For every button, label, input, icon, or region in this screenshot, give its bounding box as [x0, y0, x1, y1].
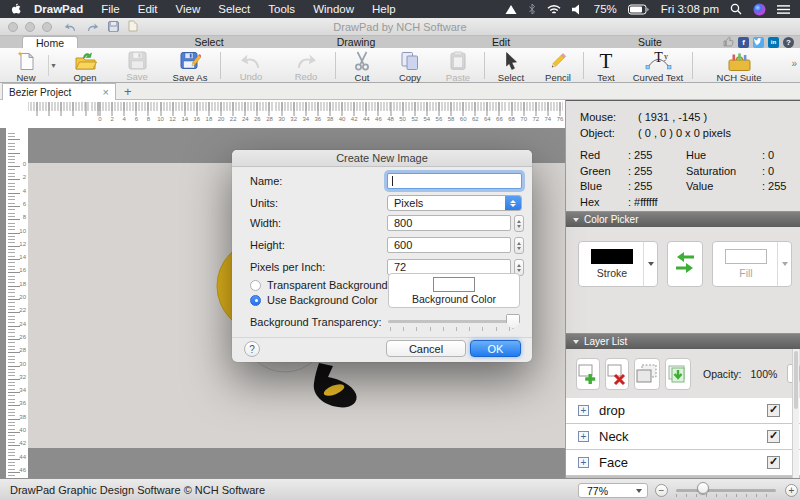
- tab-edit[interactable]: Edit: [461, 36, 541, 48]
- fill-color-button[interactable]: Fill: [712, 241, 792, 287]
- delete-layer-button[interactable]: [605, 358, 629, 390]
- ruler-label: 32: [290, 116, 297, 122]
- radio-unselected-icon[interactable]: [250, 280, 261, 291]
- pencil-button[interactable]: Pencil: [535, 49, 581, 82]
- redo-button: Redo: [279, 49, 333, 82]
- wifi-icon[interactable]: [547, 4, 561, 15]
- menu-view[interactable]: View: [167, 3, 210, 15]
- quick-redo-icon[interactable]: [86, 18, 99, 36]
- zoom-in-button[interactable]: +: [785, 484, 798, 497]
- menu-drawpad[interactable]: DrawPad: [25, 3, 92, 15]
- zoom-level-combo[interactable]: 77%: [578, 483, 648, 498]
- text-button[interactable]: TText: [586, 49, 626, 82]
- width-input[interactable]: 800: [387, 215, 511, 231]
- color-picker-panel-title: Color Picker: [584, 214, 638, 225]
- zoom-slider-track[interactable]: [676, 489, 776, 492]
- name-input[interactable]: [387, 173, 522, 189]
- cut-button[interactable]: Cut: [338, 49, 386, 82]
- fill-dropdown[interactable]: [777, 242, 791, 286]
- help-icon[interactable]: ?: [783, 37, 794, 48]
- layer-list-scrollbar[interactable]: [792, 349, 799, 478]
- tab-add-icon[interactable]: +: [124, 84, 132, 99]
- new-button[interactable]: New: [4, 49, 48, 82]
- save-as-button[interactable]: Save As: [162, 49, 218, 82]
- menu-edit[interactable]: Edit: [129, 3, 167, 15]
- duplicate-layer-button[interactable]: [634, 358, 660, 390]
- dialog-title[interactable]: Create New Image: [232, 150, 532, 167]
- zoom-window-button[interactable]: [42, 22, 52, 32]
- nch-suite-button[interactable]: NCH Suite: [695, 49, 783, 82]
- color-picker-panel-header[interactable]: Color Picker: [566, 211, 800, 227]
- quick-undo-icon[interactable]: [64, 18, 77, 36]
- scrollbar-thumb[interactable]: [794, 351, 798, 409]
- ruler-label: 34: [19, 387, 26, 393]
- toolbar-overflow-icon[interactable]: »: [791, 58, 797, 69]
- tab-drawing[interactable]: Drawing: [316, 36, 396, 48]
- swap-stroke-fill-button[interactable]: [667, 241, 703, 287]
- document-tab[interactable]: Bezier Project ×: [2, 83, 116, 100]
- background-transparency-slider[interactable]: [388, 314, 520, 334]
- layer-visibility-checkbox[interactable]: [767, 430, 780, 443]
- menu-window[interactable]: Window: [304, 3, 363, 15]
- select-button[interactable]: Select: [487, 49, 535, 82]
- twitter-icon[interactable]: [753, 37, 764, 48]
- ruler-label: 20: [19, 294, 26, 300]
- use-background-color-radio[interactable]: Use Background Color: [250, 292, 378, 308]
- layer-visibility-checkbox[interactable]: [767, 456, 780, 469]
- tab-close-icon[interactable]: ×: [103, 86, 109, 98]
- width-label: Width:: [250, 215, 281, 231]
- stroke-color-button[interactable]: Stroke: [578, 241, 658, 287]
- background-color-button[interactable]: Background Color: [388, 273, 520, 308]
- height-input[interactable]: 600: [387, 237, 511, 253]
- height-stepper[interactable]: [514, 237, 524, 254]
- linkedin-icon[interactable]: in: [768, 37, 779, 48]
- menu-extra-triangle-icon[interactable]: [505, 4, 517, 15]
- stroke-dropdown[interactable]: [643, 242, 657, 286]
- tab-home[interactable]: Home: [22, 36, 78, 48]
- transparent-background-radio[interactable]: Transparent Background: [250, 277, 388, 293]
- dialog-help-button[interactable]: ?: [244, 341, 260, 357]
- merge-layer-button[interactable]: [665, 358, 691, 390]
- curved-text-button[interactable]: TyCurved Text: [626, 49, 690, 82]
- layer-visibility-checkbox[interactable]: [767, 404, 780, 417]
- radio-selected-icon[interactable]: [250, 295, 261, 306]
- tab-suite[interactable]: Suite: [610, 36, 690, 48]
- add-layer-button[interactable]: [576, 358, 600, 390]
- close-window-button[interactable]: [8, 22, 18, 32]
- quick-save-icon[interactable]: [108, 18, 119, 36]
- menu-file[interactable]: File: [92, 3, 129, 15]
- menu-help[interactable]: Help: [363, 3, 405, 15]
- zoom-slider-thumb[interactable]: [697, 482, 709, 494]
- layer-row-face[interactable]: +Face: [566, 450, 800, 476]
- expand-layer-icon[interactable]: +: [578, 457, 589, 468]
- notification-center-icon[interactable]: [777, 4, 790, 15]
- open-button[interactable]: Open: [58, 49, 112, 82]
- facebook-icon[interactable]: f: [738, 37, 749, 48]
- info-value: : 255: [762, 179, 800, 195]
- apple-menu-icon[interactable]: [10, 3, 21, 16]
- layer-row-neck[interactable]: +Neck: [566, 424, 800, 450]
- layer-row-drop[interactable]: +drop: [566, 398, 800, 424]
- new-dropdown-arrow-icon[interactable]: ▼: [48, 55, 58, 76]
- cancel-button[interactable]: Cancel: [386, 340, 466, 357]
- layer-name: Face: [599, 455, 628, 470]
- units-select[interactable]: Pixels: [387, 195, 522, 211]
- spotlight-search-icon[interactable]: [730, 3, 742, 15]
- width-stepper[interactable]: [514, 215, 524, 232]
- volume-icon[interactable]: [572, 4, 583, 15]
- menu-select[interactable]: Select: [209, 3, 259, 15]
- tab-select[interactable]: Select: [169, 36, 249, 48]
- quick-new-page-icon[interactable]: [128, 18, 138, 36]
- expand-layer-icon[interactable]: +: [578, 405, 589, 416]
- zoom-out-button[interactable]: −: [655, 484, 668, 497]
- expand-layer-icon[interactable]: +: [578, 431, 589, 442]
- bluetooth-icon[interactable]: [528, 3, 536, 15]
- copy-button[interactable]: Copy: [386, 49, 434, 82]
- ok-button[interactable]: OK: [470, 340, 521, 357]
- ruler-label: 16: [19, 267, 26, 273]
- siri-icon[interactable]: [753, 3, 766, 16]
- menu-clock[interactable]: Fri 3:08 pm: [661, 3, 719, 15]
- minimize-window-button[interactable]: [25, 22, 35, 32]
- layer-list-panel-header[interactable]: Layer List: [566, 333, 800, 349]
- menu-tools[interactable]: Tools: [259, 3, 304, 15]
